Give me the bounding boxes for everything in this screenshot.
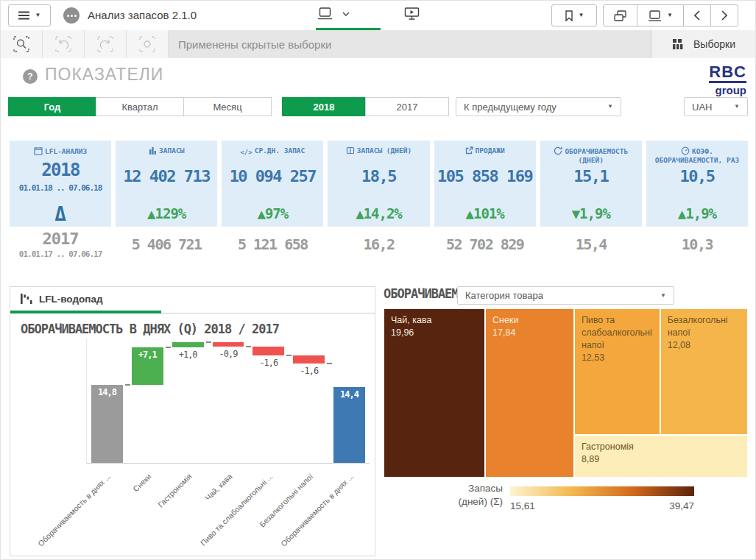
- kpi-period: 01.01.18 .. 07.06.18: [10, 183, 111, 193]
- treemap-cell-name: Чай, кава: [391, 314, 478, 327]
- treemap-cell[interactable]: Пиво та слабоалкогольні напої12,53: [574, 308, 660, 435]
- previous-year-band: 2017 01.01.17 .. 07.06.17 5 406 721 5 12…: [10, 227, 748, 269]
- smart-search-button[interactable]: [1, 30, 43, 58]
- prev-value: 5 406 721: [116, 235, 217, 253]
- waterfall-bar[interactable]: [293, 355, 325, 364]
- presentation-play-icon[interactable]: [404, 7, 420, 20]
- treemap-cell[interactable]: Гастрономія8,89: [574, 435, 748, 478]
- next-sheet-button[interactable]: [711, 5, 738, 26]
- help-icon[interactable]: ?: [23, 69, 38, 84]
- filter-month-button[interactable]: Месяц: [183, 97, 272, 116]
- prev-year-cell: 10,3: [646, 227, 748, 269]
- filter-quarter-button[interactable]: Квартал: [96, 97, 184, 116]
- kpi-label: ЗАПАСЫ (ДНЕЙ): [357, 146, 411, 155]
- sheet-icon: [317, 7, 333, 20]
- waterfall-connector: [286, 355, 292, 356]
- filter-2017-button[interactable]: 2017: [365, 97, 449, 116]
- waterfall-x-label: Безалкогольні напої: [225, 472, 315, 560]
- kpi-label: КОЭФ. ОБОРАЧИВАЕМОСТИ, РАЗ: [655, 147, 739, 164]
- hamburger-icon: [18, 11, 29, 20]
- kpi-card-turnover-ratio[interactable]: КОЭФ. ОБОРАЧИВАЕМОСТИ, РАЗ 10,5 ▲1,9%: [646, 141, 748, 227]
- waterfall-connector: [206, 341, 211, 343]
- refresh-icon: [554, 147, 565, 155]
- treemap-cell-name: Пиво та слабоалкогольні напої: [582, 314, 653, 352]
- selections-actions: [1, 30, 169, 58]
- kpi-card-stock-days[interactable]: ЗАПАСЫ (ДНЕЙ) 18,5 ▲14,2%: [328, 141, 429, 227]
- coin-icon: [346, 146, 357, 155]
- compare-dropdown-value: К предыдущему году: [464, 102, 557, 113]
- waterfall-connector: [327, 363, 332, 364]
- prev-value: 16,2: [328, 235, 429, 253]
- treemap-cell-name: Снеки: [492, 314, 567, 327]
- waterfall-bar[interactable]: 14,8: [91, 385, 123, 463]
- tab-label: LFL-водопад: [39, 294, 102, 305]
- waterfall-bar[interactable]: [213, 342, 244, 347]
- treemap-cell-value: 12,53: [582, 352, 653, 364]
- previous-sheet-button[interactable]: [684, 5, 711, 26]
- treemap-cell[interactable]: Снеки17,84: [485, 308, 574, 478]
- kpi-delta: ▲14,2%: [328, 205, 429, 221]
- treemap-cell[interactable]: Безалкогольні напої12,08: [660, 308, 748, 435]
- sheet-list-button[interactable]: ▼: [637, 5, 684, 26]
- kpi-value: 10,5: [646, 167, 748, 185]
- kpi-card-avg-stock[interactable]: </>СР.ДН. ЗАПАС 10 094 257 ▲97%: [222, 141, 323, 227]
- waterfall-x-label: Снеки: [63, 472, 153, 560]
- kpi-delta: ▲1,9%: [646, 205, 748, 221]
- kpi-delta: ▲97%: [222, 205, 323, 221]
- selections-tool-button[interactable]: Выборки: [651, 30, 755, 58]
- waterfall-x-label: Чай, кава: [144, 472, 234, 560]
- kpi-delta: ▲101%: [434, 205, 536, 221]
- treemap-legend-max: 39,47: [650, 500, 694, 511]
- waterfall-x-label: Оборачиваемость в днях ...: [265, 472, 355, 560]
- waterfall-panel: LFL-водопад ОБОРАЧИВАЕМОСТЬ В ДНЯХ (Q) 2…: [10, 286, 375, 556]
- top-toolbar: ▼ Анализ запасов 2.1.0 ▼: [1, 1, 755, 30]
- prev-year-cell: 16,2: [328, 227, 429, 269]
- waterfall-bar[interactable]: +7,1: [132, 347, 163, 385]
- bookmarks-button[interactable]: ▼: [551, 4, 597, 26]
- kpi-card-turnover-days[interactable]: ОБОРАЧИВАЕМОСТЬ (ДНЕЙ) 15,1 ▼1,9%: [540, 141, 642, 227]
- kpi-card-sales[interactable]: ПРОДАЖИ 105 858 169 ▲101%: [434, 141, 536, 227]
- treemap-legend-min: 15,61: [510, 500, 535, 511]
- kpi-label: ОБОРАЧИВАЕМОСТЬ (ДНЕЙ): [565, 147, 628, 164]
- kpi-card-stock[interactable]: ЗАПАСЫ 12 402 713 ▲129%: [116, 141, 217, 227]
- chevron-left-icon: [694, 10, 700, 21]
- duplicate-sheet-button[interactable]: [604, 5, 637, 26]
- bar-chart-icon: [149, 146, 159, 155]
- redo-selection-button[interactable]: [85, 30, 127, 58]
- category-dropdown[interactable]: Категория товара ▼: [457, 286, 674, 305]
- compare-dropdown[interactable]: К предыдущему году ▼: [456, 97, 621, 116]
- kpi-value: 105 858 169: [434, 167, 536, 185]
- waterfall-x-label: Оборачиваемость в днях ...: [23, 472, 113, 560]
- treemap-cell[interactable]: Чай, кава19,96: [384, 308, 485, 478]
- app-title: Анализ запасов 2.1.0: [88, 1, 197, 30]
- prev-year-cell: 15,4: [540, 227, 642, 269]
- tab-lfl-waterfall[interactable]: LFL-водопад: [10, 287, 161, 313]
- currency-dropdown[interactable]: UAH ▼: [684, 97, 748, 116]
- waterfall-bar[interactable]: [252, 347, 284, 355]
- sheets-menu-button[interactable]: [317, 7, 350, 20]
- waterfall-connector: [125, 384, 130, 386]
- waterfall-bar[interactable]: [172, 342, 204, 347]
- kpi-delta: Δ: [10, 203, 111, 225]
- waterfall-bar[interactable]: 14,4: [333, 387, 365, 463]
- kpi-card-lfl[interactable]: LFL-АНАЛИЗ 2018 01.01.18 .. 07.06.18 Δ: [10, 141, 111, 227]
- year-filter-group: 2018 2017: [282, 97, 449, 116]
- treemap-cell-value: 19,96: [391, 327, 478, 339]
- chevron-down-icon: ▼: [579, 13, 584, 18]
- kpi-label: ЗАПАСЫ: [159, 146, 184, 155]
- code-icon: </>: [240, 149, 252, 156]
- treemap-legend-gradient: [510, 486, 694, 496]
- clear-selections-button[interactable]: [127, 30, 169, 58]
- global-menu-button[interactable]: ▼: [8, 4, 51, 26]
- waterfall-x-axis: Оборачиваемость в днях ...СнекиГастроном…: [86, 466, 370, 553]
- chevron-down-icon: ▼: [667, 13, 673, 18]
- rbc-group-logo: RBC group: [709, 64, 746, 96]
- kpi-delta: ▼1,9%: [540, 205, 642, 221]
- app-thumbnail-icon[interactable]: [63, 7, 80, 24]
- undo-selection-button[interactable]: [43, 30, 85, 58]
- category-dropdown-value: Категория товара: [465, 290, 543, 301]
- treemap-legend-label: Запасы (дней) (Σ): [420, 482, 503, 508]
- legend-label-line2: (дней) (Σ): [420, 495, 503, 508]
- filter-year-button[interactable]: Год: [8, 97, 96, 116]
- filter-2018-button[interactable]: 2018: [282, 97, 366, 116]
